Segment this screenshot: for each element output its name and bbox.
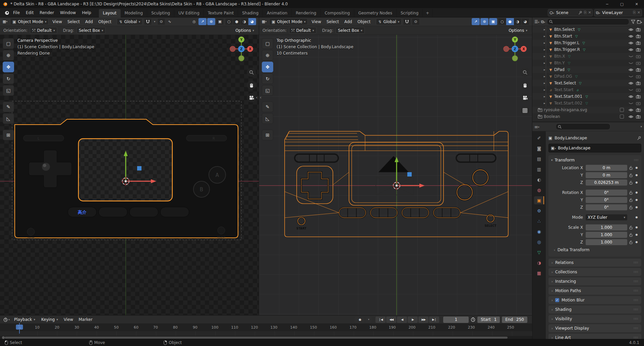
- use-preview-range-icon[interactable]: [471, 317, 475, 322]
- xray-toggle[interactable]: ▣: [216, 18, 224, 25]
- render-visibility-icon[interactable]: [636, 115, 641, 119]
- hide-eye-icon[interactable]: [629, 28, 633, 31]
- viewport-top-ortho[interactable]: START SELECT ▦▾ ▣ Object Mode▾ View Sele…: [259, 17, 532, 315]
- relations-panel[interactable]: ›Relations∷∷: [548, 259, 641, 267]
- add-menu[interactable]: Add: [342, 19, 355, 24]
- hide-eye-icon[interactable]: [629, 48, 633, 51]
- minimize-button[interactable]: ─: [600, 0, 614, 8]
- shading-material[interactable]: ◑: [241, 18, 248, 25]
- next-keyframe-button[interactable]: ▶▶: [418, 317, 428, 323]
- hide-eye-icon[interactable]: [629, 68, 633, 71]
- lock-icon[interactable]: [627, 205, 635, 210]
- animate-dot[interactable]: ●: [635, 198, 639, 201]
- animate-dot[interactable]: ●: [635, 191, 639, 194]
- transform-orientation-dropdown[interactable]: ↯ Global▾: [117, 18, 142, 25]
- scene-unlink-icon[interactable]: ✕: [588, 10, 591, 15]
- properties-options-dropdown[interactable]: ▾: [640, 125, 642, 128]
- motion-blur-checkbox[interactable]: ✓: [555, 298, 559, 302]
- lock-icon[interactable]: [627, 165, 635, 170]
- menu-render[interactable]: Render: [37, 8, 57, 17]
- tab-output[interactable]: ▤: [534, 155, 544, 163]
- outliner-item-hidden[interactable]: ▸▼ DPad.OG▽: [532, 73, 644, 80]
- tab-view-layer[interactable]: ▥: [534, 165, 544, 173]
- scale-x-input[interactable]: 1.000: [586, 224, 627, 230]
- pin-icon[interactable]: [637, 136, 641, 140]
- tab-rendering[interactable]: Rendering: [292, 9, 320, 17]
- proportional-editing-toggle[interactable]: ⊙: [412, 18, 420, 25]
- instancing-panel[interactable]: ›Instancing∷∷: [548, 277, 641, 285]
- editor-type-icon[interactable]: ▦▾: [260, 18, 268, 25]
- location-y-input[interactable]: 0 m: [586, 172, 627, 178]
- viewlayer-selector[interactable]: ⧉▾ ViewLayer ⎘ ✕: [594, 9, 642, 16]
- view-menu[interactable]: View: [50, 19, 64, 24]
- auto-key-record-button[interactable]: ●: [355, 317, 365, 323]
- tab-texture-paint[interactable]: Texture Paint: [204, 9, 238, 17]
- rotation-z-input[interactable]: 0°: [586, 204, 627, 210]
- tool-rotate[interactable]: ↻: [3, 73, 14, 84]
- menu-edit[interactable]: Edit: [23, 8, 37, 17]
- options-dropdown[interactable]: Options▾: [507, 27, 529, 33]
- lock-icon[interactable]: [627, 180, 635, 185]
- tool-measure[interactable]: ◺: [3, 113, 14, 124]
- add-menu[interactable]: Add: [82, 19, 96, 24]
- tool-move[interactable]: ✥: [262, 62, 273, 72]
- timeline-ruler[interactable]: 1 10 20 30 40 50 60 70 80 90 100 110 120…: [0, 324, 532, 332]
- timeline-editor-icon[interactable]: ▾: [3, 318, 10, 322]
- lock-icon[interactable]: [627, 198, 635, 202]
- visibility-panel[interactable]: ›Visibility∷∷: [548, 315, 641, 323]
- tab-layout[interactable]: Layout: [99, 9, 121, 17]
- animate-dot[interactable]: ●: [635, 181, 639, 184]
- hide-eye-icon[interactable]: [629, 115, 633, 118]
- lock-icon[interactable]: [627, 190, 635, 195]
- play-reverse-button[interactable]: ◀: [397, 317, 407, 323]
- rotation-x-input[interactable]: 0°: [586, 190, 627, 196]
- outliner-item-hidden[interactable]: ▸▼ Btn.X▽: [532, 53, 644, 60]
- viewport-display-panel[interactable]: ›Viewport Display∷∷: [548, 324, 641, 332]
- keyframe-area[interactable]: [0, 331, 532, 336]
- blender-menu-icon[interactable]: [3, 10, 10, 15]
- outliner-item[interactable]: ▸▼ Text.Select▽: [532, 80, 644, 86]
- tab-modeling[interactable]: Modeling: [121, 9, 148, 17]
- orientation-dropdown[interactable]: ⤱Default▾: [289, 27, 316, 34]
- tab-texture[interactable]: ▦: [534, 269, 544, 277]
- pan-hand-icon[interactable]: [247, 80, 256, 90]
- render-visibility-icon[interactable]: [636, 34, 641, 38]
- hide-eye-closed-icon[interactable]: [629, 62, 633, 65]
- motion-paths-panel[interactable]: ›Motion Paths∷∷: [548, 287, 641, 295]
- render-visibility-icon[interactable]: [636, 108, 641, 112]
- scale-y-input[interactable]: 1.000: [586, 232, 627, 238]
- scene-selector[interactable]: ⛭▾ Scene ⎘ ✕: [548, 9, 593, 16]
- scene-copies[interactable]: ⎘: [584, 10, 587, 15]
- shading-rendered[interactable]: ◕: [522, 18, 529, 25]
- new-collection-icon[interactable]: [637, 19, 642, 24]
- tab-modifiers[interactable]: ⚙: [534, 207, 544, 215]
- hide-eye-icon[interactable]: [629, 95, 633, 98]
- delta-transform-panel[interactable]: › Delta Transform: [551, 246, 639, 254]
- menu-help[interactable]: Help: [79, 8, 94, 17]
- transform-orientation-dropdown[interactable]: ↯ Global▾: [376, 18, 402, 25]
- navigation-gizmo[interactable]: [503, 36, 527, 66]
- render-disabled-icon[interactable]: [636, 61, 641, 65]
- navigation-gizmo[interactable]: [229, 36, 253, 66]
- outliner-search-input[interactable]: [547, 18, 629, 25]
- outliner-collection[interactable]: ryosuke-hiragana.svg: [532, 107, 644, 113]
- render-visibility-icon[interactable]: [636, 48, 641, 52]
- rotation-y-input[interactable]: 0°: [586, 197, 627, 203]
- xray-toggle[interactable]: ▣: [489, 18, 497, 25]
- hide-eye-closed-icon[interactable]: [629, 75, 633, 78]
- object-name-field[interactable]: ▣▾ Body.Landscape: [548, 144, 641, 152]
- proportional-falloff-dropdown[interactable]: ∿: [166, 18, 173, 25]
- outliner-item[interactable]: ▸▼ DPad▽: [532, 66, 644, 73]
- show-gizmo-toggle[interactable]: ◎: [190, 18, 198, 25]
- drag-dropdown[interactable]: Select Box▾: [336, 27, 365, 34]
- options-dropdown[interactable]: Options▾: [233, 27, 256, 33]
- shading-wireframe[interactable]: ○: [225, 18, 233, 25]
- auto-key-options[interactable]: ▾: [365, 317, 371, 323]
- outliner-item[interactable]: ▸▼ Btn.Start▽: [532, 33, 644, 40]
- tab-sculpting[interactable]: Sculpting: [147, 9, 174, 17]
- object-menu[interactable]: Object: [355, 19, 373, 24]
- animate-dot[interactable]: ●: [635, 206, 639, 209]
- filter-icon[interactable]: [631, 19, 635, 24]
- proportional-editing-toggle[interactable]: ⊙: [157, 18, 165, 25]
- tab-scripting[interactable]: Scripting: [397, 9, 423, 17]
